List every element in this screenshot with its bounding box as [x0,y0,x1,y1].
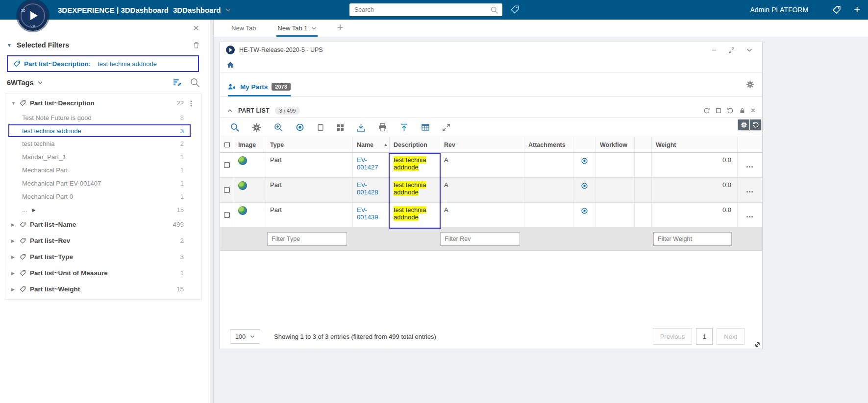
part-name-link[interactable]: EV-001439 [357,206,378,221]
column-header-rev[interactable]: Rev [440,137,524,152]
column-header-image[interactable]: Image [234,137,266,152]
tree-group-rev[interactable]: ▶ Part list~Rev 2 [5,233,201,249]
column-header-type[interactable]: Type [266,137,352,152]
row-checkbox[interactable] [224,212,230,218]
row-menu-icon[interactable]: … [746,211,754,219]
sort-asc-icon[interactable]: ▲ [384,142,389,147]
widget-header[interactable]: HE-TW-Release-2020-5 - UPS − [220,42,762,58]
page-size-select[interactable]: 100 [230,329,260,344]
row-checkbox[interactable] [224,162,230,168]
trash-icon[interactable] [193,41,200,49]
caret-right-icon[interactable]: ▶ [32,208,177,213]
filter-weight-input[interactable] [653,232,732,246]
zoom-search-icon[interactable] [230,122,240,132]
search-box[interactable] [349,3,502,16]
tree-group-description[interactable]: ▼ Part list~Description 22 ⋮ [5,95,201,111]
tree-item[interactable]: Mechanical Part EV-001407 1 [5,177,201,190]
search-icon[interactable] [190,77,200,88]
kebab-menu-icon[interactable]: ⋮ [188,99,195,107]
previous-page-button[interactable]: Previous [653,328,693,345]
search-icon[interactable] [490,6,502,14]
upload-icon[interactable] [399,123,409,132]
minimize-icon[interactable]: − [712,46,717,54]
row-menu-icon[interactable]: … [746,161,754,169]
sixwtags-title[interactable]: 6WTags [7,79,34,87]
tree-group-type[interactable]: ▶ Part list~Type 3 [5,249,201,265]
column-header-name[interactable]: Name▲ [352,137,389,152]
3ds-compass-logo[interactable]: 3D V.R [18,0,48,31]
tree-group-weight[interactable]: ▶ Part list~Weight 15 [5,281,201,297]
column-header-weight[interactable]: Weight [651,137,737,152]
caret-right-icon[interactable]: ▶ [11,238,19,243]
part-name-link[interactable]: EV-001428 [357,181,378,196]
visibility-target-icon[interactable] [296,123,304,132]
refresh-icon[interactable] [703,107,710,114]
zoom-in-icon[interactable] [273,122,283,132]
tree-item[interactable]: test technia 2 [5,137,201,150]
my-parts-tab[interactable]: My Parts 2073 [228,83,291,96]
expand-collapse-icon[interactable] [442,123,450,132]
tile-view-icon[interactable] [337,124,344,131]
tree-item[interactable]: Mechanical Part 0 1 [5,190,201,203]
panel-reset-button[interactable] [750,119,761,130]
collapse-caret-icon[interactable]: ▼ [7,43,12,48]
tab-new-tab-1[interactable]: New Tab 1 [276,21,317,37]
column-header-attachments[interactable]: Attachments [524,137,573,152]
visibility-target-icon[interactable] [581,182,588,202]
column-header-workflow[interactable]: Workflow [595,137,634,152]
caret-right-icon[interactable]: ▶ [11,287,19,292]
collapse-panel-icon[interactable] [227,109,233,113]
tree-item-more[interactable]: ... ▶ 15 [5,203,201,216]
dashboard-name[interactable]: 3DDashboard [173,6,221,14]
part-name-link[interactable]: EV-001427 [357,156,378,171]
chevron-down-icon[interactable] [225,8,231,12]
widget-settings-gear-icon[interactable] [746,80,754,89]
selected-filters-header[interactable]: ▼ Selected Filters [7,41,200,49]
close-panel-icon[interactable]: × [751,107,755,115]
clipboard-icon[interactable] [317,123,324,132]
visibility-target-icon[interactable] [581,207,588,227]
filter-rev-input[interactable] [440,232,520,246]
table-row[interactable]: Part EV-001428 test technia addnode A 0.… [220,178,762,203]
maximize-icon[interactable] [716,108,721,114]
tree-group-unit-of-measure[interactable]: ▶ Part list~Unit of Measure 1 [5,265,201,281]
download-icon[interactable] [356,123,366,132]
table-row[interactable]: Part EV-001427 test technia addnode A 0.… [220,153,762,178]
add-icon[interactable]: + [854,4,860,15]
home-icon[interactable] [226,61,234,69]
visibility-target-icon[interactable] [581,157,588,177]
sidebar-resize-gutter[interactable] [210,20,214,403]
part-thumbnail-globe[interactable] [238,181,247,190]
tree-group-name[interactable]: ▶ Part list~Name 499 [5,216,201,233]
caret-right-icon[interactable]: ▶ [11,271,19,276]
next-page-button[interactable]: Next [717,328,744,345]
chevron-down-icon[interactable] [311,26,317,30]
tree-item[interactable]: Mechanical Part 1 [5,164,201,177]
page-number-button[interactable]: 1 [696,328,713,345]
filter-list-edit-icon[interactable] [173,78,182,87]
caret-right-icon[interactable]: ▶ [11,222,19,227]
settings-gear-icon[interactable] [252,123,261,132]
search-input[interactable] [349,6,490,13]
user-name[interactable]: Admin PLATFORM [750,6,808,14]
tree-item[interactable]: Mandar_Part_1 1 [5,150,201,164]
chevron-down-icon[interactable] [37,81,43,85]
select-all-checkbox[interactable] [224,142,230,147]
tags-icon[interactable] [510,5,520,15]
panel-gear-button[interactable] [738,119,749,130]
active-filter-chip[interactable]: Part list~Description: test technia addn… [7,55,199,72]
widget-resize-handle[interactable] [754,341,761,348]
row-menu-icon[interactable]: … [746,186,754,194]
add-tab-button[interactable]: + [337,22,344,37]
lock-icon[interactable] [739,107,745,114]
column-header-visibility[interactable] [573,137,595,152]
column-header-description[interactable]: Description [389,137,440,152]
undo-icon[interactable] [727,107,734,114]
part-thumbnail-globe[interactable] [238,156,247,165]
part-thumbnail-globe[interactable] [238,206,247,215]
tag-icon[interactable] [832,5,841,15]
chevron-down-icon[interactable] [746,48,752,52]
table-view-icon[interactable] [421,123,430,132]
expand-icon[interactable] [728,47,735,53]
tab-new-tab[interactable]: New Tab [230,21,257,37]
